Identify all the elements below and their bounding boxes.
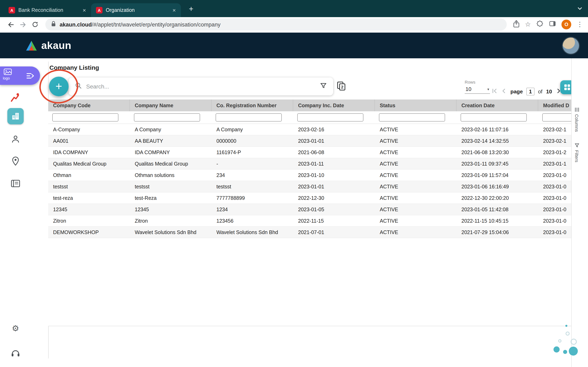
- table-row[interactable]: 123451234512342023-01-05ACTIVE2023-01-05…: [48, 204, 571, 215]
- decorative-bubbles: [549, 321, 588, 362]
- table-cell: 2023-01-0: [538, 227, 571, 238]
- sidebar-item-support[interactable]: [0, 349, 31, 358]
- table-cell: 2023-01-05: [293, 204, 375, 215]
- table-cell: 2022-11-15: [293, 215, 375, 227]
- sidebar-item-contacts[interactable]: [0, 134, 31, 144]
- table-filter-row: [48, 111, 571, 124]
- sidebar-item-locations[interactable]: [0, 156, 31, 166]
- column-header[interactable]: Creation Date: [457, 100, 538, 111]
- tab-title: Bank Reconciliation: [18, 7, 78, 13]
- ledger-card-icon: [11, 179, 20, 188]
- bookmark-star-icon[interactable]: ☆: [525, 21, 531, 28]
- tab-bank-reconciliation[interactable]: A Bank Reconciliation ×: [4, 3, 91, 17]
- forward-icon[interactable]: [17, 19, 29, 30]
- table-cell: A-Company: [48, 124, 130, 135]
- user-avatar[interactable]: [563, 37, 579, 54]
- current-page-input[interactable]: 1: [527, 87, 534, 95]
- table-cell: IDA COMPANY: [130, 147, 212, 158]
- column-filter-input[interactable]: [134, 113, 200, 122]
- table-cell: 2023-01-10: [293, 170, 375, 181]
- table-cell: ACTIVE: [375, 227, 457, 238]
- table-cell: ACTIVE: [375, 135, 457, 147]
- table-cell: ACTIVE: [375, 158, 457, 170]
- table-row[interactable]: A-CompanyA CompanyA Company2023-02-16ACT…: [48, 124, 571, 135]
- column-filter-input[interactable]: [216, 113, 282, 122]
- rows-select[interactable]: 10 ▾: [465, 86, 490, 94]
- column-header[interactable]: Company Name: [130, 100, 212, 111]
- filter-funnel-icon[interactable]: [320, 82, 327, 91]
- column-filter-input[interactable]: [542, 113, 571, 122]
- search-input[interactable]: [86, 83, 316, 90]
- table-cell: AA BEAUTY: [130, 135, 212, 147]
- right-rail: Columns Filters: [571, 58, 582, 367]
- table-cell: 2023-02-14 14:32:55: [457, 135, 538, 147]
- sidebar-item-documents[interactable]: [0, 179, 31, 188]
- column-filter-input[interactable]: [379, 113, 445, 122]
- column-header[interactable]: Company Inc. Date: [293, 100, 375, 111]
- table-row[interactable]: test-rezatest-Reza77777888992022-12-30AC…: [48, 192, 571, 204]
- rows-value: 10: [466, 86, 471, 92]
- table-row[interactable]: OthmanOthman solutions2342023-01-10ACTIV…: [48, 170, 571, 181]
- table-cell: 2021-06-08 13:20:30: [457, 147, 538, 158]
- table-cell: Qualitas Medical Group: [48, 158, 130, 170]
- column-filter-input[interactable]: [52, 113, 118, 122]
- table-cell: 2023-02-16: [293, 124, 375, 135]
- new-tab-button[interactable]: +: [187, 4, 196, 13]
- browser-menu-icon[interactable]: ⋮: [577, 21, 583, 28]
- prev-page-button[interactable]: [501, 88, 507, 95]
- reload-icon[interactable]: [29, 19, 41, 30]
- tab-search-chevron-icon[interactable]: [577, 6, 583, 13]
- table-row[interactable]: AA001AA BEAUTY00000002023-01-01ACTIVE202…: [48, 135, 571, 147]
- filter-cell: [212, 111, 293, 124]
- broken-image-icon: [4, 68, 12, 77]
- column-header[interactable]: Status: [375, 100, 457, 111]
- duplicate-view-icon[interactable]: 2: [337, 81, 346, 91]
- table-cell: Zitron: [130, 215, 212, 227]
- filter-cell: [293, 111, 375, 124]
- add-company-button[interactable]: +: [49, 77, 69, 96]
- column-header[interactable]: Company Code: [48, 100, 130, 111]
- table-cell: A Company: [212, 124, 293, 135]
- address-bar[interactable]: akaun.cloud/#/applet/tnt/wavelet/erp/ent…: [45, 18, 507, 31]
- first-page-button[interactable]: [492, 88, 497, 95]
- table-row[interactable]: testssttestssttestsst2023-01-01ACTIVE202…: [48, 181, 571, 192]
- tab-close-icon[interactable]: ×: [81, 7, 88, 14]
- table-cell: 2023-01-2: [538, 147, 571, 158]
- company-table: Company CodeCompany NameCo. Registration…: [48, 100, 571, 326]
- nav-logo-pill[interactable]: logo: [0, 67, 40, 85]
- collapse-menu-icon[interactable]: [26, 73, 35, 81]
- table-row[interactable]: DEMOWORKSHOPWavelet Solutions Sdn BhdWav…: [48, 227, 571, 238]
- rail-filters-button[interactable]: Filters: [572, 143, 582, 162]
- building-icon: [11, 112, 20, 121]
- search-icon: [75, 82, 82, 91]
- filter-cell: [130, 111, 212, 124]
- table-cell: IDA COMPANY: [48, 147, 130, 158]
- column-header[interactable]: Modified D: [538, 100, 571, 111]
- table-cell: Othman: [48, 170, 130, 181]
- active-tile: [7, 108, 24, 124]
- table-row[interactable]: ZitronZitron1234562022-11-15ACTIVE2022-1…: [48, 215, 571, 227]
- tab-organization[interactable]: A Organization ×: [91, 3, 181, 17]
- browser-profile-avatar[interactable]: O: [562, 20, 571, 29]
- table-cell: 2021-07-01: [293, 227, 375, 238]
- table-cell: 123456: [212, 215, 293, 227]
- table-cell: 2023-01-06 16:16:49: [457, 181, 538, 192]
- table-cell: Wavelet Solutions Sdn Bhd: [130, 227, 212, 238]
- back-icon[interactable]: [5, 19, 16, 30]
- rail-columns-button[interactable]: Columns: [572, 107, 582, 132]
- sidebar-item-applet-red[interactable]: [0, 92, 31, 102]
- column-filter-input[interactable]: [297, 113, 363, 122]
- table-row[interactable]: IDA COMPANYIDA COMPANY1161974-P2021-06-0…: [48, 147, 571, 158]
- column-filter-input[interactable]: [461, 113, 527, 122]
- table-cell: 2023-01-05 11:42:08: [457, 204, 538, 215]
- column-header[interactable]: Co. Registration Number: [212, 100, 293, 111]
- side-panel-icon[interactable]: [549, 20, 556, 29]
- tab-close-icon[interactable]: ×: [171, 7, 178, 14]
- table-row[interactable]: Qualitas Medical GroupQualitas Medical G…: [48, 158, 571, 170]
- share-icon[interactable]: [513, 20, 520, 29]
- extensions-puzzle-icon[interactable]: [536, 20, 544, 29]
- table-cell: test-Reza: [130, 192, 212, 204]
- tab-favicon: A: [9, 7, 15, 13]
- sidebar-item-settings[interactable]: ⚙: [0, 324, 31, 332]
- sidebar-item-organization-active[interactable]: [0, 108, 31, 124]
